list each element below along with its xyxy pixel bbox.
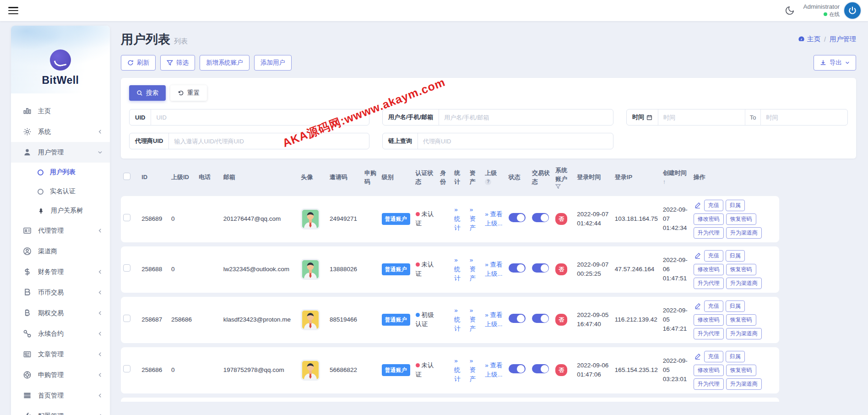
recharge-button[interactable]: 充值 [704,200,723,211]
change-password-button[interactable]: 修改密码 [694,213,724,225]
filter-button[interactable]: 筛选 [160,55,195,71]
avatar[interactable] [301,259,320,280]
sidebar-item-config-management[interactable]: 配置管理 [11,406,110,415]
assets-link[interactable]: » 资产 [470,307,476,333]
promote-channel-button[interactable]: 升为渠道商 [726,328,762,339]
promote-agent-button[interactable]: 升为代理 [694,278,724,289]
sidebar-item-homepage-management[interactable]: 首页管理 [11,385,110,406]
reset-button[interactable]: 重置 [170,85,207,101]
sidebar-item-subscription-management[interactable]: 申购管理 [11,365,110,385]
agent-uid-input[interactable] [169,133,369,149]
assets-link[interactable]: » 资产 [470,257,476,282]
time-to-input[interactable] [761,109,847,125]
edit-button[interactable] [694,202,702,208]
sidebar-item-channel-merchant[interactable]: 渠道商 [11,241,110,262]
sidebar-item-spot-trade[interactable]: 币币交易 [11,282,110,303]
sidebar-item-option-trade[interactable]: 期权交易 [11,303,110,323]
belong-button[interactable]: 归属 [726,300,745,312]
change-password-button[interactable]: 修改密码 [694,314,724,326]
row-checkbox[interactable] [123,264,130,272]
uid-input[interactable] [151,109,369,125]
restore-password-button[interactable]: 恢复密码 [726,213,756,225]
sidebar-item-agent-management[interactable]: 代理管理 [11,220,110,241]
view-parent-link[interactable]: » 查看上级... [485,362,502,378]
status-toggle[interactable] [509,314,526,323]
export-button[interactable]: 导出 [814,55,856,71]
search-button[interactable]: 搜索 [129,85,166,101]
edit-button[interactable] [694,303,702,309]
restore-password-button[interactable]: 恢复密码 [726,314,756,326]
view-parent-link[interactable]: » 查看上级... [485,311,502,328]
hamburger-menu-icon[interactable] [7,5,19,16]
assets-link[interactable]: » 资产 [470,206,476,232]
cell-subscribe-code [362,196,380,242]
avatar[interactable] [844,2,861,19]
sidebar-item-user-management[interactable]: 用户管理 [11,142,110,163]
trade-status-toggle[interactable] [532,364,549,373]
restore-password-button[interactable]: 恢复密码 [726,264,756,275]
lifebuoy-icon [23,371,32,379]
belong-button[interactable]: 归属 [726,250,745,262]
sidebar-item-finance-management[interactable]: 财务管理 [11,262,110,282]
row-checkbox[interactable] [123,365,130,372]
sidebar-item-article-management[interactable]: 文章管理 [11,344,110,365]
edit-button[interactable] [694,353,702,360]
cell-created-at: 2022-09-07 01:42:34 [661,196,691,242]
avatar[interactable] [301,360,320,381]
add-user-button[interactable]: 添加用户 [254,55,292,71]
row-checkbox[interactable] [123,315,130,322]
belong-button[interactable]: 归属 [726,351,745,362]
view-parent-link[interactable]: » 查看上级... [485,211,502,227]
promote-agent-button[interactable]: 升为代理 [694,328,724,339]
sidebar-item-perpetual-contract[interactable]: 永续合约 [11,323,110,344]
status-toggle[interactable] [509,364,526,373]
promote-channel-button[interactable]: 升为渠道商 [726,227,762,239]
time-from-input[interactable] [658,109,745,125]
view-parent-link[interactable]: » 查看上级... [485,261,502,277]
avatar[interactable] [301,309,320,330]
edit-button[interactable] [694,252,702,259]
change-password-button[interactable]: 修改密码 [694,264,724,275]
sort-asc-icon[interactable]: ↑ [663,178,666,185]
stats-link[interactable]: » 统计 [454,206,461,232]
status-toggle[interactable] [509,263,526,273]
promote-agent-button[interactable]: 升为代理 [694,227,724,239]
recharge-button[interactable]: 充值 [704,250,723,262]
sidebar-subitem-user-list[interactable]: 用户列表 [11,163,110,182]
breadcrumb-home[interactable]: 主页 [798,35,820,44]
user-menu[interactable]: Administrator 在线 [803,2,861,19]
refresh-button[interactable]: 刷新 [121,55,156,71]
sidebar-item-home[interactable]: 主页 [11,101,110,121]
trade-status-toggle[interactable] [532,314,549,323]
stats-link[interactable]: » 统计 [454,257,461,282]
assets-link[interactable]: » 资产 [470,357,476,383]
status-toggle[interactable] [509,213,526,222]
column-filter-icon[interactable] [555,184,561,189]
sidebar-item-system[interactable]: 系统 [11,121,110,142]
user-input[interactable] [439,109,613,125]
recharge-button[interactable]: 充值 [704,351,723,362]
trade-status-toggle[interactable] [532,263,549,273]
sidebar-subitem-user-tree[interactable]: 用户关系树 [11,201,110,220]
trade-status-toggle[interactable] [532,213,549,222]
change-password-button[interactable]: 修改密码 [694,365,724,376]
promote-channel-button[interactable]: 升为渠道商 [726,278,762,289]
dark-mode-toggle-moon-icon[interactable] [785,5,795,16]
belong-button[interactable]: 归属 [726,200,745,211]
chain-query-input[interactable] [418,133,613,149]
stats-link[interactable]: » 统计 [454,307,461,333]
breadcrumb-current[interactable]: 用户管理 [830,35,856,44]
restore-password-button[interactable]: 恢复密码 [726,365,756,376]
add-system-account-button[interactable]: 新增系统账户 [200,55,250,71]
recharge-button[interactable]: 充值 [704,300,723,312]
col-created-at[interactable]: 创建时间↑ [661,164,691,192]
select-all-checkbox[interactable] [123,173,130,180]
page-heading: 用户列表列表 [121,31,188,48]
sidebar-subitem-real-name-auth[interactable]: 实名认证 [11,182,110,201]
avatar-person-icon [302,260,319,278]
avatar[interactable] [301,208,320,229]
promote-agent-button[interactable]: 升为代理 [694,378,724,390]
stats-link[interactable]: » 统计 [454,357,461,383]
promote-channel-button[interactable]: 升为渠道商 [726,378,762,390]
row-checkbox[interactable] [123,214,130,221]
